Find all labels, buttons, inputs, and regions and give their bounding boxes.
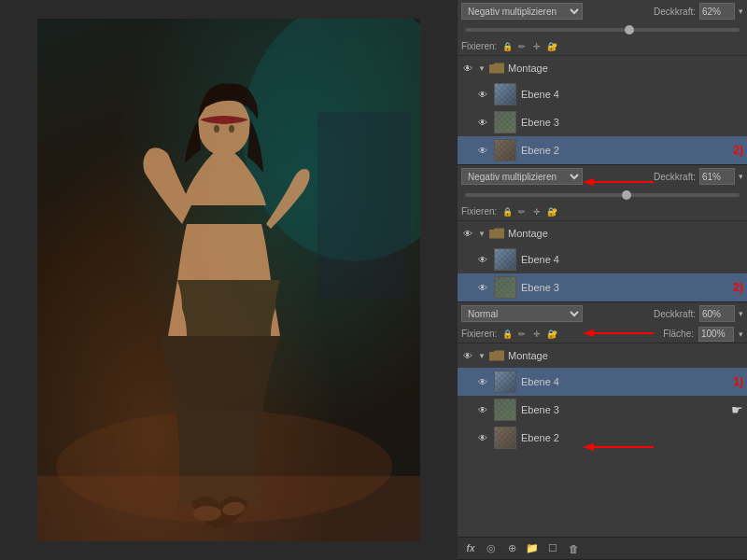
toolbar-adjustment-icon[interactable]: ⊕ <box>504 541 519 556</box>
toolbar-delete-icon[interactable]: 🗑 <box>566 541 581 556</box>
layer-group-montage-3[interactable]: 👁 ▼ Montage <box>458 343 747 368</box>
layer-thumb-e3-3 <box>494 399 516 421</box>
layer-name-e3-1: Ebene 3 <box>521 117 743 128</box>
fix-icon-lock-2[interactable]: 🔒 <box>501 206 513 217</box>
layer-thumb-e2-1 <box>494 139 516 161</box>
fixieren-label-2: Fixieren: <box>461 206 497 217</box>
annotation-1-panel3: 1) <box>733 375 743 388</box>
fix-icon-all-1[interactable]: 🔐 <box>546 41 557 52</box>
eye-icon-e3-3[interactable]: 👁 <box>476 403 489 416</box>
panel3-fix-icons: 🔒 ✏ ✛ 🔐 <box>501 329 557 340</box>
eye-icon-montage-3[interactable]: 👁 <box>461 349 474 362</box>
layer-name-e4-2: Ebene 4 <box>521 254 743 265</box>
fixieren-label-1: Fixieren: <box>461 41 497 51</box>
toolbar-new-layer-icon[interactable]: ☐ <box>545 541 560 556</box>
layer-name-e3-2: Ebene 3 <box>521 282 728 293</box>
panel1-layers-list: 👁 ▼ Montage 👁 Ebene 4 👁 Ebene 3 👁 <box>458 56 747 164</box>
panel2-slider-thumb[interactable] <box>622 190 631 200</box>
layer-thumb-e4-1 <box>494 83 516 105</box>
panel2-slider-track[interactable] <box>465 193 740 197</box>
layer-panel-2: Negativ multiplizieren Deckkraft: ▾ Fixi… <box>458 165 747 302</box>
fix-icon-move-2[interactable]: ✛ <box>531 206 543 217</box>
svg-rect-11 <box>317 112 411 299</box>
expand-icon-1[interactable]: ▼ <box>478 64 486 72</box>
fix-icon-all-3[interactable]: 🔐 <box>546 329 557 340</box>
layer-row-ebene4-1[interactable]: 👁 Ebene 4 <box>458 80 747 108</box>
layer-thumb-e4-3 <box>494 371 516 393</box>
group-name-3: Montage <box>508 350 743 361</box>
toolbar-group-icon[interactable]: 📁 <box>525 541 540 556</box>
panel2-layers-list: 👁 ▼ Montage 👁 Ebene 4 👁 Ebene 3 2) <box>458 221 747 301</box>
opacity-arrow-2[interactable]: ▾ <box>739 172 743 181</box>
expand-icon-3[interactable]: ▼ <box>478 352 486 359</box>
opacity-input-1[interactable] <box>699 3 735 20</box>
eye-icon-e4-1[interactable]: 👁 <box>476 88 489 101</box>
opacity-input-3[interactable] <box>699 305 735 322</box>
flaeche-arrow[interactable]: ▾ <box>739 329 743 339</box>
opacity-arrow-3[interactable]: ▾ <box>739 309 743 318</box>
layer-group-montage-1[interactable]: 👁 ▼ Montage <box>458 56 747 80</box>
panel3-header: Normal Deckkraft: ▾ <box>458 302 747 325</box>
eye-icon-e3-2[interactable]: 👁 <box>476 281 489 294</box>
fix-icon-brush-2[interactable]: ✏ <box>516 206 528 217</box>
fix-icon-brush-3[interactable]: ✏ <box>516 329 528 340</box>
eye-icon-e2-3[interactable]: 👁 <box>476 431 489 444</box>
layer-row-ebene3-3[interactable]: 👁 Ebene 3 ☛ <box>458 396 747 424</box>
fix-icon-move-1[interactable]: ✛ <box>531 41 543 52</box>
blend-mode-select-3[interactable]: Normal <box>461 305 583 322</box>
group-name-2: Montage <box>508 228 743 239</box>
flaeche-input[interactable] <box>698 327 734 342</box>
layer-thumb-e3-2 <box>494 276 516 299</box>
eye-icon-montage-2[interactable]: 👁 <box>461 227 474 240</box>
layer-thumb-e3-1 <box>494 111 516 133</box>
layer-panel-1: Negativ multiplizieren Deckkraft: ▾ Fixi… <box>458 0 747 165</box>
eye-icon-e3-1[interactable]: 👁 <box>476 116 489 129</box>
eye-icon-e4-3[interactable]: 👁 <box>476 375 489 388</box>
folder-icon-3 <box>489 348 504 363</box>
fix-icon-brush-1[interactable]: ✏ <box>516 41 528 52</box>
folder-icon-1 <box>489 61 504 76</box>
photo-figure <box>37 19 420 541</box>
photo-canvas-area <box>0 0 458 560</box>
fixieren-label-3: Fixieren: <box>461 329 497 339</box>
layer-name-e4-3: Ebene 4 <box>521 376 728 387</box>
fix-icon-lock-3[interactable]: 🔒 <box>501 329 513 340</box>
fix-icon-move-3[interactable]: ✛ <box>531 329 543 340</box>
eye-icon-montage-1[interactable]: 👁 <box>461 62 474 75</box>
fix-icon-all-2[interactable]: 🔐 <box>546 206 557 217</box>
toolbar-fx-icon[interactable]: fx <box>463 541 478 556</box>
layer-panel-3: Normal Deckkraft: ▾ Fixieren: 🔒 ✏ ✛ 🔐 Fl… <box>458 302 747 560</box>
expand-icon-2[interactable]: ▼ <box>478 230 486 237</box>
panels-area: Negativ multiplizieren Deckkraft: ▾ Fixi… <box>458 0 747 560</box>
cursor-hand: ☛ <box>731 402 743 417</box>
fix-icon-lock-1[interactable]: 🔒 <box>501 41 513 52</box>
layer-thumb-e2-3 <box>494 427 516 449</box>
layer-name-e3-3: Ebene 3 <box>521 404 726 415</box>
layer-group-montage-2[interactable]: 👁 ▼ Montage <box>458 221 747 245</box>
layer-row-ebene3-1[interactable]: 👁 Ebene 3 <box>458 108 747 136</box>
opacity-label-2: Deckkraft: <box>654 172 696 182</box>
panel1-slider-thumb[interactable] <box>625 25 634 35</box>
layer-row-ebene3-2[interactable]: 👁 Ebene 3 2) <box>458 273 747 301</box>
blend-mode-select-2[interactable]: Negativ multiplizieren <box>461 168 583 185</box>
blend-mode-select-1[interactable]: Negativ multiplizieren <box>461 3 583 20</box>
layer-row-ebene2-1[interactable]: 👁 Ebene 2 2) <box>458 136 747 164</box>
eye-icon-e4-2[interactable]: 👁 <box>476 253 489 266</box>
panel3-toolbar: fx ◎ ⊕ 📁 ☐ 🗑 <box>458 537 747 559</box>
panel1-slider-track[interactable] <box>465 28 740 32</box>
layer-row-ebene2-3[interactable]: 👁 Ebene 2 <box>458 424 747 452</box>
panel1-slider-row <box>458 22 747 37</box>
layer-name-e2-3: Ebene 2 <box>521 432 743 443</box>
eye-icon-e2-1[interactable]: 👁 <box>476 144 489 157</box>
svg-rect-10 <box>37 476 420 541</box>
opacity-label-1: Deckkraft: <box>654 7 696 17</box>
panel2-fix-icons: 🔒 ✏ ✛ 🔐 <box>501 206 557 217</box>
opacity-arrow-1[interactable]: ▾ <box>739 7 743 16</box>
layer-row-ebene4-2[interactable]: 👁 Ebene 4 <box>458 245 747 273</box>
panel1-fixieren-row: Fixieren: 🔒 ✏ ✛ 🔐 <box>458 37 747 56</box>
opacity-label-3: Deckkraft: <box>654 309 696 319</box>
layer-row-ebene4-3[interactable]: 👁 Ebene 4 1) <box>458 368 747 396</box>
toolbar-mask-icon[interactable]: ◎ <box>484 541 499 556</box>
opacity-input-2[interactable] <box>699 168 735 185</box>
annotation-2-panel2: 2) <box>733 281 743 294</box>
